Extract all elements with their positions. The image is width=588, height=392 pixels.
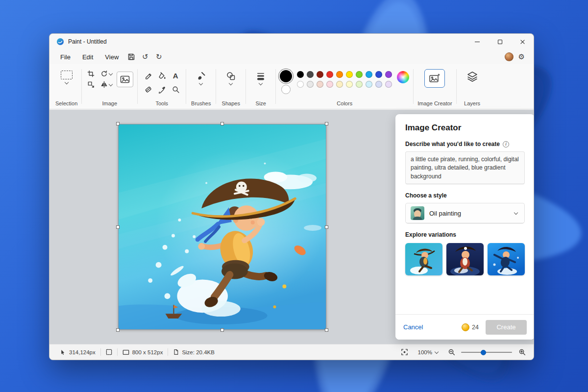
rotate-button[interactable] <box>99 69 114 78</box>
color-swatch[interactable] <box>346 71 353 78</box>
crop-button[interactable] <box>86 69 96 78</box>
ribbon-divider <box>216 69 216 104</box>
credits-count: 24 <box>472 324 479 331</box>
account-avatar[interactable] <box>505 52 514 61</box>
color-swatch[interactable] <box>317 71 323 78</box>
create-button[interactable]: Create <box>486 320 527 335</box>
file-icon <box>173 349 179 355</box>
selection-handle[interactable] <box>325 122 328 125</box>
selection-handle[interactable] <box>116 122 120 125</box>
color-swatch[interactable] <box>385 71 392 78</box>
canvas-options-button[interactable] <box>117 72 133 87</box>
flip-button[interactable] <box>99 80 114 89</box>
cancel-button[interactable]: Cancel <box>403 323 423 331</box>
fill-bucket-icon <box>158 72 166 80</box>
zoom-slider-thumb[interactable] <box>481 350 486 355</box>
color-swatch[interactable] <box>326 81 333 88</box>
color-swatch[interactable] <box>336 81 343 88</box>
ribbon-divider <box>137 69 138 104</box>
brushes-button[interactable] <box>190 69 212 87</box>
layers-icon <box>466 71 478 82</box>
variation-thumbnail-1[interactable] <box>405 243 442 275</box>
color-swatch[interactable] <box>375 71 382 78</box>
color-swatch[interactable] <box>307 81 314 88</box>
panel-footer: Cancel 24 Create <box>395 314 534 340</box>
color-wheel-button[interactable] <box>397 71 409 83</box>
color-swatch[interactable] <box>297 81 304 88</box>
color-swatch[interactable] <box>385 81 392 88</box>
file-size: Size: 20.4KB <box>168 349 219 355</box>
variation-thumbnail-3[interactable] <box>488 243 525 275</box>
maximize-icon <box>498 40 502 44</box>
maximize-button[interactable] <box>489 34 511 49</box>
color-swatch[interactable] <box>326 71 333 78</box>
secondary-color-well[interactable] <box>281 85 291 94</box>
magnifier-tool-button[interactable] <box>169 83 182 96</box>
style-label: Choose a style <box>405 192 525 199</box>
color-swatch[interactable] <box>366 71 372 78</box>
zoom-out-button[interactable] <box>445 347 457 358</box>
minimize-button[interactable] <box>466 34 489 49</box>
selection-handle[interactable] <box>325 328 328 332</box>
selection-size-icon <box>106 349 112 355</box>
selection-handle[interactable] <box>116 225 120 229</box>
save-button[interactable] <box>124 51 138 63</box>
flip-icon <box>100 81 108 88</box>
color-swatch[interactable] <box>317 81 323 88</box>
undo-button[interactable]: ↺ <box>138 51 152 63</box>
zoom-in-button[interactable] <box>516 347 528 358</box>
canvas-selection <box>118 124 326 330</box>
settings-gear-icon[interactable]: ⚙ <box>518 52 525 61</box>
menu-edit[interactable]: Edit <box>76 51 99 63</box>
color-swatch[interactable] <box>356 81 363 88</box>
color-swatch[interactable] <box>356 71 363 78</box>
fit-to-screen-button[interactable] <box>399 347 411 358</box>
variation-thumbnail-2[interactable] <box>446 243 484 275</box>
eraser-tool-button[interactable] <box>142 83 154 96</box>
text-tool-button[interactable]: A <box>169 69 182 82</box>
color-swatch[interactable] <box>346 81 353 88</box>
magnifier-icon <box>172 85 180 94</box>
title-bar: Paint - Untitled <box>49 34 534 49</box>
panel-title: Image Creator <box>405 123 525 133</box>
selection-handle[interactable] <box>220 328 224 332</box>
style-dropdown[interactable]: Oil painting <box>405 203 525 223</box>
image-creator-button[interactable] <box>424 69 445 88</box>
menu-file[interactable]: File <box>54 51 76 63</box>
layers-button[interactable] <box>461 69 484 84</box>
color-swatch[interactable] <box>336 71 343 78</box>
color-picker-tool-button[interactable] <box>155 83 168 96</box>
selection-handle[interactable] <box>325 225 328 229</box>
fill-tool-button[interactable] <box>155 69 168 82</box>
color-swatch[interactable] <box>375 81 382 88</box>
layers-group-label: Layers <box>464 99 480 106</box>
selection-tool-button[interactable] <box>56 69 77 85</box>
close-button[interactable] <box>511 34 534 49</box>
ribbon-divider <box>275 69 276 104</box>
zoom-level-dropdown[interactable]: 100% <box>415 348 441 357</box>
menu-view[interactable]: View <box>99 51 124 63</box>
color-swatch[interactable] <box>366 81 372 88</box>
paint-app-icon <box>56 38 64 46</box>
redo-button[interactable]: ↻ <box>152 51 166 63</box>
cursor-icon <box>60 349 66 355</box>
coin-icon <box>462 323 469 331</box>
size-button[interactable] <box>250 69 271 87</box>
primary-color-well[interactable] <box>280 70 292 82</box>
prompt-input[interactable]: a little cute pirate, running, colorful,… <box>405 151 525 184</box>
resize-button[interactable] <box>86 80 96 89</box>
redo-icon: ↻ <box>156 52 162 61</box>
color-swatch[interactable] <box>307 71 314 78</box>
zoom-slider[interactable] <box>461 349 512 356</box>
selection-handle[interactable] <box>220 122 224 125</box>
shapes-group: Shapes <box>217 64 245 109</box>
pencil-tool-button[interactable] <box>142 69 154 82</box>
status-bar: 314,124px 800 x 512px Size: 20.4KB <box>49 344 534 360</box>
ribbon-divider <box>456 69 457 104</box>
selection-handle[interactable] <box>116 328 120 332</box>
canvas-image[interactable] <box>118 124 326 330</box>
shapes-button[interactable] <box>220 69 242 87</box>
info-icon[interactable]: i <box>503 141 509 147</box>
color-swatch[interactable] <box>297 71 304 78</box>
picture-icon <box>120 75 130 84</box>
